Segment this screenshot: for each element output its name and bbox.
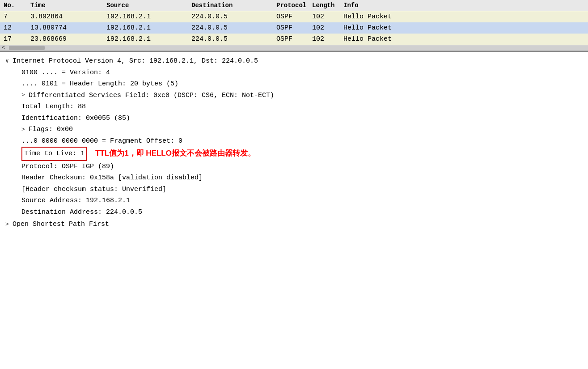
dscp-text: Differentiated Services Field: 0xc0 (DSC…: [29, 90, 274, 102]
ttl-boxed-text: Time to Live: 1: [21, 147, 87, 161]
cell-no: 7: [0, 13, 27, 21]
packet-list-panel: No. Time Source Destination Protocol Len…: [0, 0, 588, 52]
cell-info: Hello Packet: [340, 24, 588, 32]
header-length-text: .... 0101 = Header Length: 20 bytes (5): [21, 78, 178, 90]
header-length-line: .... 0101 = Header Length: 20 bytes (5): [5, 78, 583, 90]
cell-protocol: OSPF: [273, 24, 309, 32]
checksum-line: Header Checksum: 0x158a [validation disa…: [5, 172, 583, 184]
ttl-line: Time to Live: 1 TTL值为1，即 HELLO报文不会被路由器转发…: [5, 147, 583, 161]
ospf-text: Open Shortest Path First: [13, 219, 109, 230]
col-header-source: Source: [103, 2, 188, 9]
identification-line: Identification: 0x0055 (85): [5, 113, 583, 124]
scrollbar-thumb[interactable]: [9, 46, 45, 50]
cell-destination: 224.0.0.5: [188, 24, 273, 32]
ip-header-text: Internet Protocol Version 4, Src: 192.16…: [13, 55, 258, 67]
cell-info: Hello Packet: [340, 35, 588, 43]
ospf-line[interactable]: > Open Shortest Path First: [5, 219, 583, 230]
expand-flags-icon[interactable]: >: [21, 125, 29, 135]
packet-rows: 7 3.892864 192.168.2.1 224.0.0.5 OSPF 10…: [0, 11, 588, 45]
cell-no: 17: [0, 35, 27, 43]
col-header-protocol: Protocol: [273, 2, 309, 9]
col-header-destination: Destination: [188, 2, 273, 9]
cell-info: Hello Packet: [340, 13, 588, 21]
total-length-text: Total Length: 88: [21, 101, 86, 113]
cell-length: 102: [309, 35, 340, 43]
horizontal-scrollbar[interactable]: [0, 45, 588, 51]
fragment-offset-text: ...0 0000 0000 0000 = Fragment Offset: 0: [21, 136, 182, 147]
flags-line[interactable]: > Flags: 0x00: [5, 124, 583, 136]
col-header-info: Info: [340, 2, 588, 9]
col-header-length: Length: [309, 2, 340, 9]
ttl-annotation: TTL值为1，即 HELLO报文不会被路由器转发。: [95, 147, 255, 160]
table-row[interactable]: 17 23.868669 192.168.2.1 224.0.0.5 OSPF …: [0, 34, 588, 45]
cell-time: 23.868669: [27, 35, 103, 43]
detail-panel: ∨ Internet Protocol Version 4, Src: 192.…: [0, 52, 588, 234]
cell-destination: 224.0.0.5: [188, 35, 273, 43]
col-header-time: Time: [27, 2, 103, 9]
col-header-no: No.: [0, 2, 27, 9]
ip-header-line[interactable]: ∨ Internet Protocol Version 4, Src: 192.…: [5, 55, 583, 67]
cell-time: 13.880774: [27, 24, 103, 32]
packet-list-header: No. Time Source Destination Protocol Len…: [0, 0, 588, 11]
checksum-text: Header Checksum: 0x158a [validation disa…: [21, 172, 203, 184]
cell-source: 192.168.2.1: [103, 35, 188, 43]
version-text: 0100 .... = Version: 4: [21, 67, 110, 79]
destination-address-text: Destination Address: 224.0.0.5: [21, 207, 142, 218]
protocol-line: Protocol: OSPF IGP (89): [5, 161, 583, 173]
protocol-text: Protocol: OSPF IGP (89): [21, 161, 114, 173]
cell-length: 102: [309, 13, 340, 21]
cell-protocol: OSPF: [273, 13, 309, 21]
fragment-offset-line: ...0 0000 0000 0000 = Fragment Offset: 0: [5, 136, 583, 147]
source-address-line: Source Address: 192.168.2.1: [5, 195, 583, 207]
dscp-line[interactable]: > Differentiated Services Field: 0xc0 (D…: [5, 90, 583, 102]
cell-source: 192.168.2.1: [103, 24, 188, 32]
checksum-status-text: [Header checksum status: Unverified]: [21, 184, 166, 195]
expand-dscp-icon[interactable]: >: [21, 90, 29, 100]
cell-no: 12: [0, 24, 27, 32]
cell-length: 102: [309, 24, 340, 32]
total-length-line: Total Length: 88: [5, 101, 583, 113]
identification-text: Identification: 0x0055 (85): [21, 113, 130, 124]
cell-protocol: OSPF: [273, 35, 309, 43]
version-line: 0100 .... = Version: 4: [5, 67, 583, 79]
flags-text: Flags: 0x00: [29, 124, 73, 136]
collapse-icon[interactable]: ∨: [5, 56, 13, 66]
expand-ospf-icon[interactable]: >: [5, 220, 13, 229]
cell-source: 192.168.2.1: [103, 13, 188, 21]
table-row[interactable]: 12 13.880774 192.168.2.1 224.0.0.5 OSPF …: [0, 22, 588, 34]
source-address-text: Source Address: 192.168.2.1: [21, 195, 130, 207]
checksum-status-line: [Header checksum status: Unverified]: [5, 184, 583, 195]
destination-address-line: Destination Address: 224.0.0.5: [5, 207, 583, 218]
cell-time: 3.892864: [27, 13, 103, 21]
table-row[interactable]: 7 3.892864 192.168.2.1 224.0.0.5 OSPF 10…: [0, 11, 588, 22]
cell-destination: 224.0.0.5: [188, 13, 273, 21]
